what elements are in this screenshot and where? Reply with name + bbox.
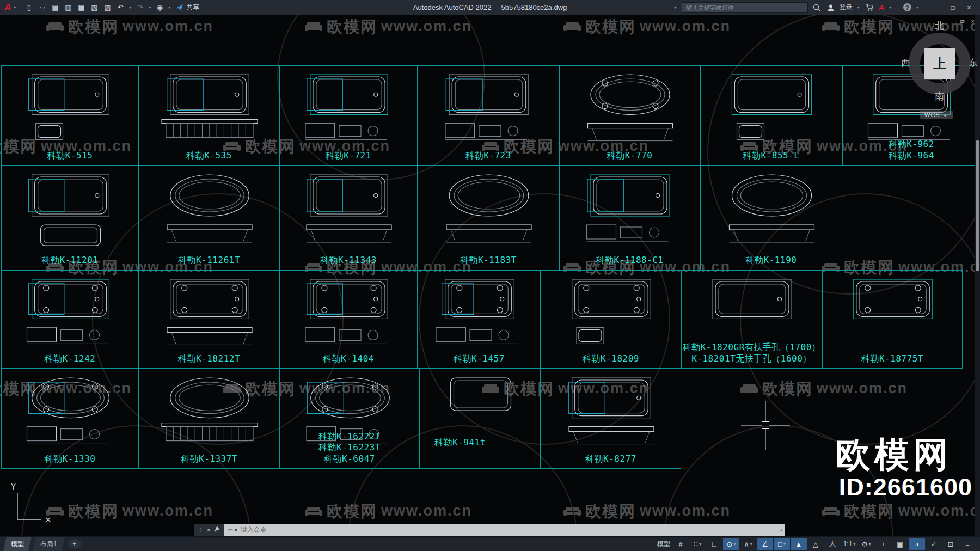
clean-screen-icon[interactable]: ⊡: [942, 538, 959, 550]
annotation-scale-value[interactable]: 1:1▾: [841, 538, 857, 550]
catalog-cell[interactable]: 科勒K-515: [1, 65, 139, 166]
catalog-cell[interactable]: 科勒K-1330: [1, 369, 139, 469]
catalog-cell[interactable]: 科勒K-18209: [541, 270, 681, 369]
catalog-cell[interactable]: 科勒K-11201: [1, 166, 139, 270]
viewcube-top-face[interactable]: 上: [924, 48, 955, 79]
autodesk-app-dropdown-icon[interactable]: ▾: [889, 5, 891, 10]
isolate-objects-icon[interactable]: ▣: [892, 538, 908, 550]
polar-tracking-icon[interactable]: ⊙▾: [723, 538, 739, 550]
new-file-button[interactable]: ▯: [23, 2, 35, 14]
catalog-cell[interactable]: 科勒K-941t: [420, 369, 541, 469]
tab-model[interactable]: 模型: [3, 537, 32, 551]
redo-dropdown-icon[interactable]: ▾: [149, 5, 151, 10]
viewcube[interactable]: 北 西 上 东 南 WCS ▾: [901, 20, 977, 128]
catalog-cell[interactable]: 科勒K-18775T: [822, 270, 963, 369]
tub-model-label: 科勒K-1820GR有扶手孔（1700）K-18201T无扶手孔（1600）: [682, 342, 822, 365]
share-icon[interactable]: [173, 2, 185, 14]
user-avatar-icon[interactable]: [825, 2, 836, 13]
viewcube-north[interactable]: 北: [935, 20, 944, 32]
catalog-cell[interactable]: 科勒K-721: [279, 65, 418, 166]
command-bar-close-icon[interactable]: ×: [207, 526, 210, 533]
snap-mode-icon[interactable]: ∷▾: [689, 538, 706, 550]
catalog-cell[interactable]: 科勒K-11261T: [139, 166, 279, 270]
save-as-button[interactable]: ▥: [62, 2, 74, 14]
close-button[interactable]: ×: [961, 2, 977, 14]
graphics-performance-icon[interactable]: ✓: [926, 538, 942, 550]
help-dropdown-icon[interactable]: ▾: [916, 5, 918, 10]
viewcube-west[interactable]: 西: [901, 57, 910, 69]
chevron-down-icon[interactable]: ▾: [14, 5, 16, 10]
recent-commands-icon[interactable]: ▭ ▾: [228, 527, 237, 533]
isometric-drafting-icon[interactable]: ∧▾: [740, 538, 756, 550]
catalog-cell[interactable]: 科勒K-1188-C1: [559, 166, 700, 270]
search-icon[interactable]: [811, 2, 822, 13]
ortho-mode-icon[interactable]: ∟: [706, 538, 722, 550]
save-button[interactable]: ▤: [49, 2, 61, 14]
command-input[interactable]: ▭ ▾ 键入命令 ▴: [224, 524, 785, 536]
catalog-cell[interactable]: 科勒K-16222T科勒K-16223T科勒K-6047: [279, 369, 420, 469]
app-store-cart-icon[interactable]: [865, 2, 875, 13]
annotation-scale-icon[interactable]: 人: [824, 538, 841, 550]
maximize-button[interactable]: □: [945, 2, 960, 14]
new-layout-button[interactable]: +: [68, 539, 81, 549]
annotation-visibility-icon[interactable]: ▲: [791, 538, 807, 550]
autocad-logo-icon[interactable]: A: [4, 2, 11, 13]
print-button[interactable]: ▨: [101, 2, 113, 14]
catalog-cell[interactable]: 科勒K-855-L: [700, 65, 842, 166]
object-snap-icon[interactable]: □▾: [774, 538, 790, 550]
catalog-cell[interactable]: 科勒K-770: [559, 65, 700, 166]
catalog-cell[interactable]: 科勒K-1404: [279, 270, 418, 369]
catalog-cell[interactable]: 科勒K-1190: [700, 166, 842, 270]
doc-minimize-button[interactable]: —: [948, 18, 954, 25]
help-icon[interactable]: ?: [903, 3, 911, 11]
annotation-monitor-icon[interactable]: +: [875, 538, 891, 550]
qat-customize-icon[interactable]: ▾: [168, 5, 170, 10]
grid-display-icon[interactable]: #: [672, 538, 689, 550]
catalog-cell[interactable]: 科勒K-18212T: [139, 270, 279, 369]
catalog-cell[interactable]: 科勒K-535: [139, 65, 279, 166]
catalog-cell[interactable]: 科勒K-1337T: [139, 369, 279, 469]
catalog-cell[interactable]: 科勒K-1820GR有扶手孔（1700）K-18201T无扶手孔（1600）: [681, 270, 822, 369]
doc-close-button[interactable]: ×: [971, 18, 975, 25]
catalog-cell[interactable]: 科勒K-1242: [1, 270, 139, 369]
scrollbar-thumb[interactable]: [976, 140, 979, 271]
open-file-button[interactable]: ▱: [36, 2, 48, 14]
search-flyout-icon[interactable]: ▸: [675, 5, 677, 10]
catalog-cell[interactable]: 科勒K-11343: [279, 166, 418, 270]
workspace-switching-icon[interactable]: ⚙▾: [858, 538, 874, 550]
viewcube-south[interactable]: 南: [935, 90, 944, 103]
catalog-cell[interactable]: 科勒K-8277: [541, 369, 681, 469]
command-tools-icon[interactable]: [213, 526, 220, 534]
doc-restore-button[interactable]: ⧉: [960, 18, 965, 25]
autoscale-icon[interactable]: △: [807, 538, 824, 550]
wcs-dropdown[interactable]: WCS ▾: [920, 111, 953, 119]
tub-model-label: 科勒K-721: [280, 150, 417, 162]
autodesk-app-icon[interactable]: A: [879, 3, 884, 12]
model-space-toggle[interactable]: 模型: [656, 538, 672, 550]
viewcube-east[interactable]: 东: [969, 57, 978, 69]
undo-dropdown-icon[interactable]: ▾: [129, 5, 131, 10]
command-bar-grip[interactable]: ⋮: [198, 526, 204, 534]
catalog-cell[interactable]: 科勒K-723: [418, 65, 559, 166]
divider: [898, 3, 898, 12]
share-label[interactable]: 共享: [186, 3, 199, 12]
tab-layout1[interactable]: 布局1: [33, 537, 65, 551]
object-snap-tracking-icon[interactable]: ∠: [757, 538, 773, 550]
login-button[interactable]: 登录: [840, 3, 853, 12]
search-input[interactable]: [682, 2, 808, 13]
undo-button[interactable]: ↶: [114, 2, 126, 14]
redo-button[interactable]: ↷: [134, 2, 146, 14]
tub-model-label: 科勒K-18209: [541, 353, 681, 365]
render-tool-icon[interactable]: ◉: [154, 2, 166, 14]
customization-icon[interactable]: ≡: [959, 538, 976, 550]
catalog-cell[interactable]: 科勒K-1457: [418, 270, 541, 369]
login-dropdown-icon[interactable]: ▾: [857, 5, 860, 10]
drawing-canvas[interactable]: — ⧉ × 欧模网www.om.cn欧模网www.om.cn欧模网www.om.…: [0, 15, 980, 536]
publish-button[interactable]: ▧: [88, 2, 100, 14]
plot-button[interactable]: ▦: [75, 2, 87, 14]
command-history-icon[interactable]: ▴: [780, 528, 782, 532]
hardware-acceleration-icon[interactable]: ◑: [909, 538, 925, 550]
tub-model-label: 科勒K-11201: [2, 255, 138, 266]
minimize-button[interactable]: —: [929, 2, 944, 14]
catalog-cell[interactable]: 科勒K-1183T: [418, 166, 559, 270]
